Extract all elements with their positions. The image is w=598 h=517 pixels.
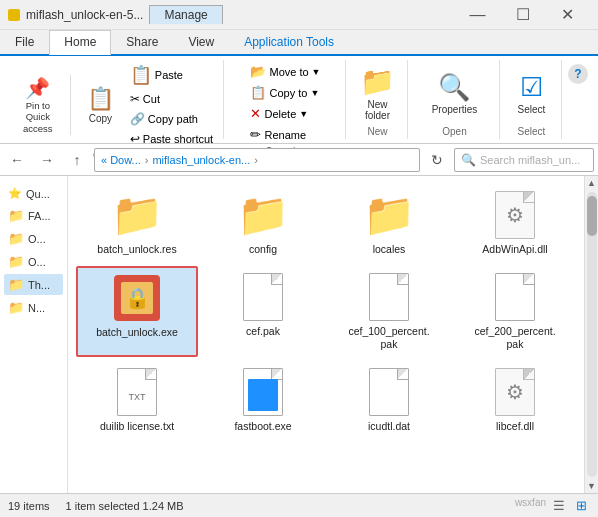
main-area: ⭐ Qu... 📁 FA... 📁 O... 📁 O... 📁 Th... 📁 … (0, 176, 598, 493)
new-folder-icon: 📁 (360, 65, 395, 98)
tab-application-tools[interactable]: Application Tools (229, 30, 349, 54)
folder-icon-wrapper: 📁 (111, 189, 163, 241)
file-item-config[interactable]: 📁 config (202, 184, 324, 262)
help-button[interactable]: ? (568, 64, 588, 84)
close-button[interactable]: ✕ (545, 0, 590, 30)
select-content: ☑ Select (512, 62, 552, 124)
file-area: 📁 batch_unlock.res 📁 config 📁 locales ⚙ … (68, 176, 584, 493)
txt-icon: TXT (117, 368, 157, 416)
search-placeholder: Search miflash_un... (480, 154, 580, 166)
config-folder-icon: 📁 (237, 194, 289, 236)
file-item-fastboot[interactable]: fastboot.exe (202, 361, 324, 439)
move-to-arrow: ▼ (312, 67, 321, 77)
copy-label: Copy (89, 113, 112, 124)
new-content: 📁 New folder (354, 62, 401, 124)
exe-icon-wrapper: 🔒 (111, 272, 163, 324)
scroll-down-button[interactable]: ▼ (585, 479, 599, 493)
tab-view[interactable]: View (173, 30, 229, 54)
scroll-track[interactable] (587, 192, 597, 477)
maximize-button[interactable]: ☐ (500, 0, 545, 30)
file-item-icudtl[interactable]: icudtl.dat (328, 361, 450, 439)
list-view-button[interactable]: ☰ (550, 497, 568, 515)
new-folder-label: New folder (365, 99, 390, 121)
generic-icon-wrapper-cef100 (363, 271, 415, 323)
move-to-label: Move to (269, 66, 308, 78)
scroll-up-button[interactable]: ▲ (585, 176, 599, 190)
up-button[interactable]: ↑ (64, 147, 90, 173)
file-item-batch-unlock-exe[interactable]: 🔒 batch_unlock.exe (76, 266, 198, 357)
refresh-button[interactable]: ↻ (424, 147, 450, 173)
select-icon: ☑ (520, 72, 543, 103)
sidebar-item-n[interactable]: 📁 N... (4, 297, 63, 318)
sidebar-item-o2[interactable]: 📁 O... (4, 251, 63, 272)
select-button[interactable]: ☑ Select (512, 69, 552, 118)
sidebar-item-quick[interactable]: ⭐ Qu... (4, 184, 63, 203)
rename-label: Rename (264, 129, 306, 141)
file-item-adbwinapi[interactable]: ⚙ AdbWinApi.dll (454, 184, 576, 262)
copy-to-icon: 📋 (250, 85, 266, 100)
file-name-libcef: libcef.dll (496, 420, 534, 434)
rename-button[interactable]: ✏ Rename (246, 125, 324, 144)
sidebar-o1-label: O... (28, 233, 46, 245)
paste-button[interactable]: 📋 Paste (126, 62, 217, 88)
manage-tab[interactable]: Manage (149, 5, 222, 24)
dll-icon-adbwinapi: ⚙ (495, 191, 535, 239)
paste-shortcut-label: Paste shortcut (143, 133, 213, 145)
copy-path-button[interactable]: 🔗 Copy path (126, 110, 217, 128)
dll-icon-wrapper-adbwinapi: ⚙ (489, 189, 541, 241)
fa-folder-icon: 📁 (8, 208, 24, 223)
file-item-cef-pak[interactable]: cef.pak (202, 266, 324, 357)
open-content: 🔍 Properties (426, 62, 484, 124)
file-item-cef-200[interactable]: cef_200_percent.pak (454, 266, 576, 357)
title-bar-left: miflash_unlock-en-5... Manage (8, 5, 223, 24)
sidebar-fa-label: FA... (28, 210, 51, 222)
tab-file[interactable]: File (0, 30, 49, 54)
sidebar-item-o1[interactable]: 📁 O... (4, 228, 63, 249)
delete-button[interactable]: ✕ Delete ▼ (246, 104, 324, 123)
copy-to-button[interactable]: 📋 Copy to ▼ (246, 83, 324, 102)
file-item-libcef[interactable]: ⚙ libcef.dll (454, 361, 576, 439)
new-folder-button[interactable]: 📁 New folder (354, 62, 401, 124)
forward-button[interactable]: → (34, 147, 60, 173)
lock-icon: 🔒 (125, 286, 150, 310)
delete-arrow: ▼ (299, 109, 308, 119)
move-to-button[interactable]: 📂 Move to ▼ (246, 62, 324, 81)
minimize-button[interactable]: — (455, 0, 500, 30)
scroll-thumb[interactable] (587, 196, 597, 236)
file-name-locales: locales (373, 243, 406, 257)
sidebar-n-label: N... (28, 302, 45, 314)
generic-icon-cef100 (369, 273, 409, 321)
tab-home[interactable]: Home (49, 30, 111, 55)
libcef-gear-icon: ⚙ (506, 380, 524, 404)
folder-icon-wrapper-locales: 📁 (363, 189, 415, 241)
title-folder-icon (8, 9, 20, 21)
back-button[interactable]: ← (4, 147, 30, 173)
sidebar-quick-label: Qu... (26, 188, 50, 200)
file-item-batch-unlock-res[interactable]: 📁 batch_unlock.res (76, 184, 198, 262)
n-folder-icon: 📁 (8, 300, 24, 315)
paste-shortcut-button[interactable]: ↩ Paste shortcut (126, 130, 217, 148)
file-item-cef-100[interactable]: cef_100_percent.pak (328, 266, 450, 357)
sidebar-item-th[interactable]: 📁 Th... (4, 274, 63, 295)
address-path[interactable]: « Dow... › miflash_unlock-en... › (94, 148, 420, 172)
file-item-duilib-license[interactable]: TXT duilib license.txt (76, 361, 198, 439)
ribbon-group-open: 🔍 Properties Open (410, 60, 500, 139)
folder-icon-wrapper-config: 📁 (237, 189, 289, 241)
cut-button[interactable]: ✂ Cut (126, 90, 217, 108)
ribbon-group-select: ☑ Select Select (502, 60, 562, 139)
path-segment-down[interactable]: « Dow... (101, 154, 141, 166)
file-name-duilib-license: duilib license.txt (100, 420, 174, 434)
copy-button[interactable]: 📋 Copy (77, 82, 124, 128)
icon-view-button[interactable]: ⊞ (572, 497, 590, 515)
o2-folder-icon: 📁 (8, 254, 24, 269)
search-box[interactable]: 🔍 Search miflash_un... (454, 148, 594, 172)
sidebar: ⭐ Qu... 📁 FA... 📁 O... 📁 O... 📁 Th... 📁 … (0, 176, 68, 493)
file-item-locales[interactable]: 📁 locales (328, 184, 450, 262)
pin-to-quick-access-button[interactable]: 📌 Pin to Quickaccess (12, 74, 64, 136)
path-separator-1: › (145, 154, 149, 166)
th-folder-icon: 📁 (8, 277, 24, 292)
path-segment-miflash[interactable]: miflash_unlock-en... (152, 154, 250, 166)
tab-share[interactable]: Share (111, 30, 173, 54)
sidebar-item-fa[interactable]: 📁 FA... (4, 205, 63, 226)
properties-button[interactable]: 🔍 Properties (426, 69, 484, 118)
